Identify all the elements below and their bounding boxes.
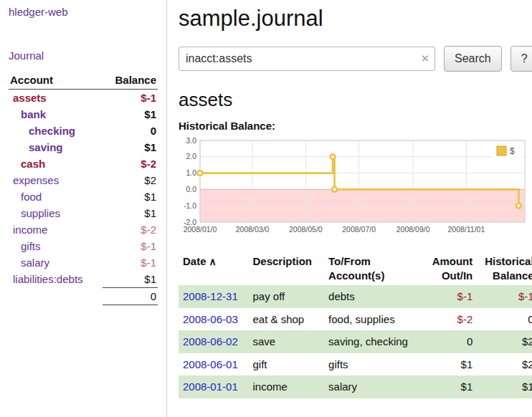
account-link[interactable]: expenses — [13, 174, 59, 186]
account-row: cash$-2 — [9, 155, 158, 172]
svg-text:2008/11/01: 2008/11/01 — [448, 225, 485, 234]
register-balance-cell: $-1 — [477, 285, 532, 308]
account-balance: $-2 — [103, 155, 158, 172]
account-name-cell: gifts — [9, 238, 103, 254]
register-accounts-cell: saving, checking — [324, 330, 420, 353]
account-link[interactable]: income — [13, 224, 47, 236]
register-description-cell: income — [248, 375, 324, 398]
account-link[interactable]: assets — [13, 92, 47, 104]
account-row: supplies$1 — [9, 205, 158, 221]
app-title-link[interactable]: hledger-web — [9, 6, 158, 18]
help-button[interactable]: ? — [510, 46, 532, 72]
register-amount-cell: $-2 — [420, 308, 477, 331]
account-row: expenses$2 — [9, 172, 158, 188]
register-date-cell: 2008-06-03 — [179, 308, 248, 331]
account-name-cell: income — [9, 221, 103, 238]
account-balance: $-1 — [103, 254, 158, 271]
account-link[interactable]: supplies — [21, 207, 60, 219]
account-row: gifts$-1 — [9, 238, 158, 254]
register-accounts-cell: food, supplies — [324, 308, 420, 331]
account-row: bank$1 — [9, 106, 158, 123]
register-header-balance: Historical Balance — [477, 251, 532, 285]
register-accounts-cell: salary — [324, 375, 420, 398]
register-date-cell: 2008-01-01 — [179, 375, 248, 398]
account-name-cell: bank — [9, 106, 103, 123]
transaction-date-link[interactable]: 2008-06-02 — [183, 335, 238, 348]
register-amount-cell: 0 — [420, 330, 477, 353]
register-date-cell: 2008-12-31 — [179, 285, 248, 308]
account-link[interactable]: checking — [29, 125, 75, 137]
register-row: 2008-06-03eat & shopfood, supplies$-20 — [179, 308, 532, 331]
account-link[interactable]: bank — [21, 108, 46, 120]
accounts-header-account: Account — [9, 72, 103, 90]
account-balance: $1 — [103, 139, 158, 155]
account-name-cell: salary — [9, 254, 103, 271]
transaction-date-link[interactable]: 2008-06-01 — [183, 358, 238, 370]
account-balance: $2 — [103, 172, 158, 188]
page-title: sample.journal — [179, 6, 532, 32]
account-link[interactable]: saving — [29, 141, 63, 153]
register-balance-cell: $2 — [477, 330, 532, 353]
svg-text:2008/05/0: 2008/05/0 — [289, 225, 323, 234]
svg-text:2.0: 2.0 — [186, 152, 196, 160]
register-description-cell: save — [248, 330, 324, 353]
register-row: 2008-01-01incomesalary$1$1 — [179, 375, 532, 398]
register-row: 2008-06-02savesaving, checking0$2 — [179, 330, 532, 353]
transaction-date-link[interactable]: 2008-01-01 — [183, 380, 238, 393]
register-table: Date∧ Description To/From Account(s) Amo… — [179, 251, 532, 398]
account-link[interactable]: food — [21, 191, 42, 203]
accounts-body: assets$-1bank$1checking0saving$1cash$-2e… — [9, 90, 158, 288]
account-link[interactable]: gifts — [21, 240, 41, 252]
account-name-cell: checking — [9, 123, 103, 139]
sidebar-item-journal[interactable]: Journal — [9, 49, 158, 62]
transaction-date-link[interactable]: 2008-12-31 — [183, 290, 238, 302]
account-balance: $-1 — [103, 90, 158, 107]
search-button[interactable]: Search — [444, 46, 502, 72]
account-balance: $1 — [103, 106, 158, 123]
account-balance: $1 — [103, 205, 158, 221]
app: hledger-web Journal Account Balance asse… — [0, 0, 532, 417]
account-link[interactable]: cash — [21, 158, 45, 170]
register-date-cell: 2008-06-02 — [179, 330, 248, 353]
svg-text:0.0: 0.0 — [186, 185, 196, 193]
register-balance-cell: $2 — [477, 353, 532, 376]
register-header-date[interactable]: Date∧ — [179, 251, 248, 285]
account-link[interactable]: liabilities:debts — [13, 273, 83, 285]
account-row: salary$-1 — [9, 254, 158, 271]
svg-text:-1.0: -1.0 — [184, 201, 196, 210]
chart-container: 3.02.01.00.0-1.0-2.02008/01/02008/03/020… — [179, 136, 528, 240]
account-heading: assets — [179, 89, 532, 111]
clear-search-icon[interactable]: × — [422, 52, 429, 64]
register-balance-cell: $1 — [477, 375, 532, 398]
transaction-date-link[interactable]: 2008-06-03 — [183, 313, 238, 325]
account-name-cell: assets — [9, 90, 103, 107]
register-description-cell: gift — [248, 353, 324, 376]
search-input[interactable] — [179, 47, 435, 71]
register-row: 2008-12-31pay offdebts$-1$-1 — [179, 285, 532, 308]
register-header-amount: Amount Out/In — [420, 251, 477, 285]
accounts-total-value: 0 — [103, 288, 158, 305]
svg-text:3.0: 3.0 — [186, 136, 196, 145]
account-name-cell: saving — [9, 139, 103, 155]
accounts-table: Account Balance assets$-1bank$1checking0… — [9, 72, 158, 305]
register-description-cell: pay off — [248, 285, 324, 308]
svg-text:1.0: 1.0 — [186, 168, 196, 177]
register-row: 2008-06-01giftgifts$1$2 — [179, 353, 532, 376]
accounts-total-row: 0 — [9, 288, 158, 305]
search-bar: × Search ? — [179, 46, 532, 72]
register-header-description: Description — [248, 251, 324, 285]
register-amount-cell: $1 — [420, 353, 477, 376]
legend-label: $ — [510, 146, 515, 156]
register-accounts-cell: debts — [324, 285, 420, 308]
account-name-cell: supplies — [9, 205, 103, 221]
register-description-cell: eat & shop — [248, 308, 324, 331]
account-balance: $-1 — [103, 238, 158, 254]
register-date-cell: 2008-06-01 — [179, 353, 248, 376]
account-row: food$1 — [9, 188, 158, 205]
register-amount-cell: $1 — [420, 375, 477, 398]
accounts-total-spacer — [9, 288, 103, 305]
accounts-header-balance: Balance — [103, 72, 158, 90]
account-row: checking0 — [9, 123, 158, 139]
account-name-cell: liabilities:debts — [9, 271, 103, 288]
account-link[interactable]: salary — [21, 257, 49, 269]
